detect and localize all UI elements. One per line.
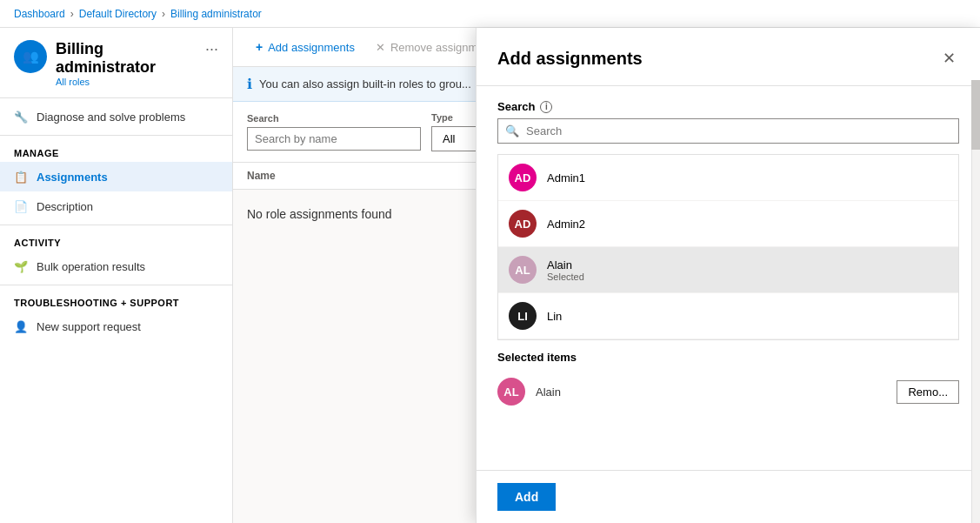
support-section-header: Troubleshooting + Support: [0, 289, 232, 312]
plus-icon: +: [256, 40, 263, 54]
search-input-wrap: 🔍: [497, 118, 959, 144]
panel-body: Search i 🔍 AD Admin1: [477, 86, 980, 470]
user-name-alain: Alain: [547, 258, 584, 272]
remove-alain-button[interactable]: Remo...: [897, 380, 959, 404]
search-input[interactable]: [247, 127, 421, 151]
panel-footer: Add: [477, 470, 980, 523]
user-name-admin2: Admin2: [547, 218, 585, 231]
selected-items-title: Selected items: [497, 351, 959, 364]
selected-avatar-alain: AL: [497, 378, 525, 406]
avatar-alain: AL: [509, 256, 537, 284]
panel-search-input[interactable]: [526, 124, 951, 137]
add-assignments-button[interactable]: + Add assignments: [247, 35, 363, 59]
avatar-lin: LI: [509, 302, 537, 330]
description-icon: 📄: [14, 199, 28, 213]
breadcrumb-dashboard[interactable]: Dashboard: [14, 8, 65, 20]
name-column-header: Name: [247, 170, 276, 182]
avatar-admin1: AD: [509, 164, 537, 191]
search-label-text: Search: [497, 100, 535, 113]
user-name-lin: Lin: [547, 310, 562, 323]
page-subtitle: All roles: [56, 77, 197, 87]
assignments-icon: 📋: [14, 170, 28, 184]
wrench-icon: 🔧: [14, 110, 28, 124]
panel-close-button[interactable]: ✕: [939, 45, 959, 71]
breadcrumb-directory[interactable]: Default Directory: [79, 8, 157, 20]
activity-section-header: Activity: [0, 229, 232, 251]
sidebar: 👥 Billing administrator All roles ··· 🔧 …: [0, 28, 233, 523]
x-icon: ✕: [376, 41, 385, 54]
breadcrumb: Dashboard › Default Directory › Billing …: [0, 0, 980, 28]
user-list: AD Admin1 AD Admin2: [497, 154, 959, 340]
manage-section-header: Manage: [0, 139, 232, 162]
sidebar-item-assignments[interactable]: 📋 Assignments: [0, 162, 232, 191]
search-section: Search i 🔍: [497, 100, 959, 144]
sidebar-item-support[interactable]: 👤 New support request: [0, 312, 232, 341]
panel-title: Add assignments: [497, 49, 643, 69]
avatar-admin2: AD: [509, 210, 537, 238]
selected-items-section: Selected items AL Alain Remo...: [497, 351, 959, 412]
panel-header: Add assignments ✕: [477, 28, 980, 86]
user-tag-alain: Selected: [547, 272, 584, 282]
search-info-icon[interactable]: i: [540, 101, 552, 113]
page-title: Billing administrator: [56, 40, 197, 77]
search-icon: 🔍: [505, 124, 519, 137]
search-filter-label: Search: [247, 113, 421, 124]
panel-scrollbar[interactable]: [971, 80, 980, 523]
sidebar-item-description[interactable]: 📄 Description: [0, 191, 232, 221]
breadcrumb-current[interactable]: Billing administrator: [170, 8, 262, 20]
user-item-lin[interactable]: LI Lin: [498, 293, 958, 339]
panel-add-button[interactable]: Add: [497, 483, 556, 511]
info-icon: ℹ: [247, 76, 252, 92]
selected-name-alain: Alain: [536, 386, 886, 399]
support-icon: 👤: [14, 319, 28, 333]
user-name-admin1: Admin1: [547, 171, 585, 184]
user-item-admin1[interactable]: AD Admin1: [498, 155, 958, 201]
user-item-admin2[interactable]: AD Admin2: [498, 201, 958, 247]
sidebar-item-diagnose[interactable]: 🔧 Diagnose and solve problems: [0, 102, 232, 131]
selected-item-alain: AL Alain Remo...: [497, 371, 959, 412]
user-item-alain[interactable]: AL Alain Selected: [498, 247, 958, 293]
add-assignments-panel: Add assignments ✕ Search i 🔍: [476, 28, 980, 523]
avatar: 👥: [14, 40, 47, 73]
more-menu-button[interactable]: ···: [205, 40, 218, 58]
bulk-icon: 🌱: [14, 259, 28, 273]
sidebar-item-bulk[interactable]: 🌱 Bulk operation results: [0, 251, 232, 281]
